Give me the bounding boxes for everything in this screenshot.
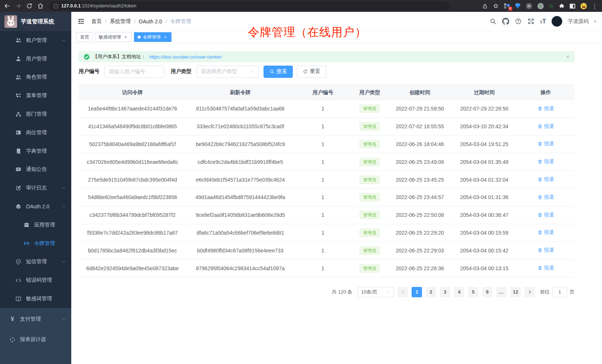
code-icon: [15, 277, 22, 284]
sidebar-item-sensitive[interactable]: 敏感词管理: [0, 289, 71, 308]
yen-icon: ¥: [9, 316, 16, 322]
sidebar-item-label: 支付管理: [20, 316, 41, 322]
tab-token[interactable]: 令牌管理 ×: [134, 32, 171, 42]
sidebar-item-dept[interactable]: 部门管理: [0, 105, 71, 123]
page-ellipsis-button[interactable]: ...: [496, 287, 507, 297]
page-button-5[interactable]: 5: [468, 287, 478, 297]
emoji-extension-icon[interactable]: [580, 3, 587, 9]
page-size-select[interactable]: 10条/页: [358, 287, 394, 297]
create-time-cell: 2022-06-25 22:50:08: [388, 212, 452, 218]
table-row: b0d1785bc3a8482f812db4a3f3bd15ec b0df498…: [79, 242, 575, 259]
next-page-button[interactable]: [524, 287, 535, 297]
page-button-4[interactable]: 4: [454, 287, 464, 297]
search-icon[interactable]: [490, 18, 497, 25]
shield-icon: [15, 259, 22, 265]
top-navbar: 首页 / 系统管理 / OAuth 2.0 / 令牌管理 TT 芋道源码 ▾: [71, 12, 602, 31]
tab-sensitive[interactable]: 敏感词管理 ×: [95, 32, 132, 42]
page-button-6[interactable]: 6: [482, 287, 493, 297]
share-icon[interactable]: [482, 3, 488, 9]
help-icon[interactable]: [515, 18, 522, 25]
refresh-token-cell: be90422b8c7946218275a508bf524fc9: [186, 141, 294, 147]
chevron-down-icon: [386, 290, 390, 294]
home-icon[interactable]: [37, 3, 44, 9]
sidebar-item-user[interactable]: 用户管理: [0, 50, 71, 68]
extension-star-icon[interactable]: ☆: [549, 3, 554, 9]
fullscreen-icon[interactable]: [527, 18, 534, 25]
force-logout-button[interactable]: 强退: [537, 265, 554, 271]
username[interactable]: 芋道源码: [568, 18, 589, 25]
sidebar-item-audit[interactable]: 审计日志: [0, 179, 71, 197]
expire-time-cell: 2054-03-04 01:35:48: [452, 159, 517, 165]
browser-menu-icon[interactable]: ⋮: [592, 3, 598, 9]
goto-page-input[interactable]: [552, 287, 567, 297]
force-logout-button[interactable]: 强退: [537, 140, 554, 147]
doc-link[interactable]: https://doc.iocoder.cn/user-center/: [149, 54, 222, 60]
tab-close-icon[interactable]: ×: [123, 35, 128, 40]
sidebar-item-tenant[interactable]: 租户管理: [0, 31, 71, 50]
page-button-12[interactable]: 12: [510, 287, 521, 297]
col-user-id: 用户编号: [294, 89, 351, 96]
site-info-icon[interactable]: i: [53, 4, 58, 9]
alert-close-icon[interactable]: ×: [566, 54, 569, 59]
sidebar-item-dict[interactable]: 字典管理: [0, 142, 71, 161]
extension-dot-icon[interactable]: [537, 3, 544, 9]
force-logout-button[interactable]: 强退: [537, 229, 554, 236]
force-logout-button[interactable]: 强退: [537, 212, 554, 218]
force-logout-button[interactable]: 强退: [537, 194, 554, 201]
tab-home[interactable]: 首页: [76, 32, 93, 42]
sidebar-item-notice[interactable]: 通知公告: [0, 161, 71, 179]
bookmark-star-icon[interactable]: [493, 3, 499, 9]
force-logout-button[interactable]: 强退: [537, 123, 554, 130]
sidebar-item-label: 错误码管理: [26, 277, 52, 284]
refresh-token-cell: e6cfd40eb1f54571a31e775e039c4624: [186, 177, 294, 183]
chevron-down-icon: [62, 259, 66, 264]
page-button-3[interactable]: 3: [440, 287, 450, 297]
reload-icon[interactable]: [26, 3, 33, 9]
user-type-badge: 管理员: [360, 122, 380, 130]
font-size-icon[interactable]: TT: [540, 19, 546, 24]
refresh-token-cell: 8796295f04064c2983414cc54af1097a: [186, 265, 294, 271]
page-button-2[interactable]: 2: [426, 287, 436, 297]
tab-close-icon[interactable]: ×: [163, 35, 168, 40]
avatar[interactable]: [552, 16, 562, 27]
force-logout-button[interactable]: 强退: [537, 105, 554, 112]
prev-page-button[interactable]: [397, 287, 408, 297]
main-area: 首页 / 系统管理 / OAuth 2.0 / 令牌管理 TT 芋道源码 ▾ 首…: [71, 12, 602, 364]
sidebar-toggle-icon[interactable]: [570, 4, 575, 9]
force-logout-button[interactable]: 强退: [537, 176, 554, 183]
extension-puzzle-icon[interactable]: [559, 3, 565, 9]
extension-gem-icon[interactable]: [515, 3, 521, 9]
github-icon[interactable]: [502, 18, 509, 25]
sidebar-item-errcode[interactable]: 错误码管理: [0, 271, 71, 289]
extension-blocks-icon[interactable]: 9: [504, 3, 510, 9]
app-logo[interactable]: 芋道管理系统: [0, 12, 71, 31]
sidebar-item-sms[interactable]: 短信管理: [0, 253, 71, 271]
back-icon[interactable]: [4, 3, 10, 9]
user-id-input[interactable]: [104, 66, 164, 78]
sidebar-item-oauth2[interactable]: OAuth 2.0: [0, 197, 71, 216]
user-type-select[interactable]: 请选择用户类型: [196, 66, 259, 78]
sidebar-item-pay[interactable]: ¥ 支付管理: [0, 309, 71, 330]
address-bar[interactable]: i 127.0.0.1:1024/system/oauth2/token: [49, 1, 450, 10]
sidebar-item-label: 报表设计器: [20, 336, 46, 343]
sidebar-item-role[interactable]: 角色管理: [0, 68, 71, 87]
sidebar-item-post[interactable]: 岗位管理: [0, 123, 71, 142]
sidebar-item-oauth2-token[interactable]: 令牌管理: [0, 234, 71, 253]
force-logout-button[interactable]: 强退: [537, 247, 554, 254]
sidebar-fold-icon[interactable]: [77, 17, 85, 25]
action-cell: 强退: [517, 140, 575, 148]
forward-icon[interactable]: [15, 3, 22, 9]
users-icon: [15, 74, 22, 80]
chevron-down-icon[interactable]: ▾: [594, 19, 596, 23]
force-logout-button[interactable]: 强退: [537, 158, 554, 165]
access-token-cell: c347026e805e4d99b0d116eae66eda8c: [79, 159, 186, 165]
sidebar-item-oauth2-app[interactable]: 应用管理: [0, 216, 71, 234]
trash-icon: [537, 159, 543, 164]
search-button[interactable]: 搜索: [264, 66, 293, 78]
sidebar-item-report[interactable]: 报表设计器: [0, 330, 71, 350]
create-time-cell: 2022-06-25 22:29:20: [388, 230, 452, 236]
reset-button[interactable]: 重置: [297, 66, 326, 78]
extension-command-icon[interactable]: ⌘: [526, 3, 532, 9]
sidebar-item-menu[interactable]: 菜单管理: [0, 86, 71, 105]
page-button-1-active[interactable]: 1: [412, 287, 422, 297]
